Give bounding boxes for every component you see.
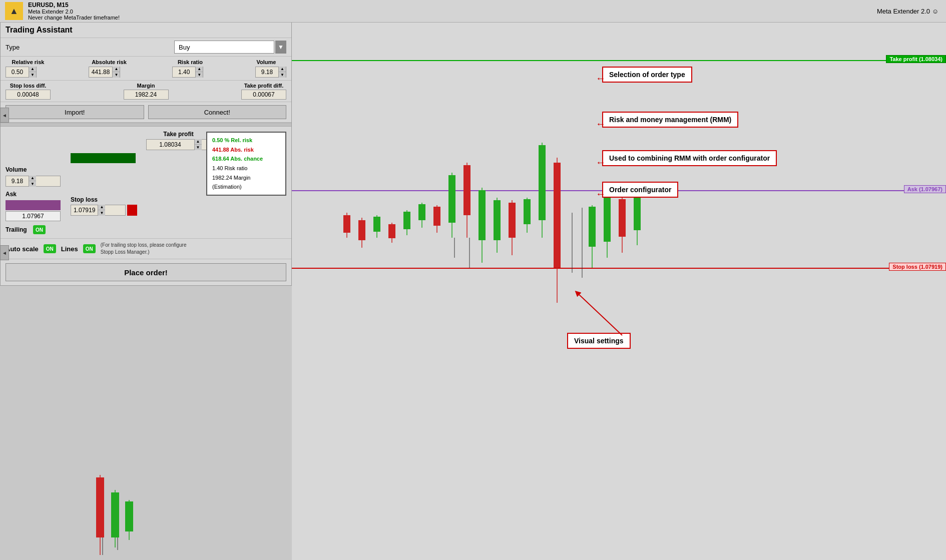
info-box: 0.50 % Rel. risk 441.88 Abs. risk 618.64… [206,132,286,196]
oc-stop-loss-up[interactable]: ▲ [98,205,105,210]
lines-label: Lines [61,245,78,253]
take-profit-input[interactable]: 1.08034 ▲ ▼ [146,139,211,150]
trading-panel: Trading Assistant Type Buy ▼ Relative ri… [0,23,292,286]
oc-volume-up[interactable]: ▲ [29,176,36,181]
relative-risk-arrows[interactable]: ▲ ▼ [29,67,36,78]
svg-line-42 [577,293,622,335]
oc-ask-group: Ask 1.07967 [6,191,66,221]
take-profit-down[interactable]: ▼ [195,145,202,150]
trailing-note: (For trailing stop loss, please configur… [101,242,201,256]
visual-settings-arrow [537,268,637,358]
oc-volume-arrows[interactable]: ▲ ▼ [29,176,36,187]
arrow-risk-money: ← [596,118,606,130]
take-profit-arrows[interactable]: ▲ ▼ [194,139,202,150]
oc-volume-input[interactable]: 9.18 ▲ ▼ [6,176,61,187]
top-bar-right-title: Meta Extender 2.0 ☺ [877,8,938,15]
svg-rect-41 [634,194,641,230]
lines-toggle[interactable]: ON [83,244,96,253]
relative-risk-header: Relative risk [6,59,51,65]
connect-button[interactable]: Connect! [148,105,287,119]
oc-stop-loss-down[interactable]: ▼ [98,210,105,216]
take-profit-up[interactable]: ▲ [195,139,202,145]
volume-header: Volume [246,59,286,65]
bottom-section: Auto scale ON Lines ON (For trailing sto… [1,239,291,259]
svg-rect-29 [539,145,546,220]
oc-trailing-label: Trailing [6,226,31,233]
btn-row: Import! Connect! [1,102,291,123]
auto-scale-label: Auto scale [6,245,39,253]
sl-diff-label: Stop loss diff. [10,83,47,89]
take-profit-bar [71,153,136,163]
bottom-candles-svg [0,460,292,560]
oc-stop-loss-arrows[interactable]: ▲ ▼ [98,205,105,216]
order-configurator: Take profit 1.08034 ▲ ▼ Volume 9.18 [1,127,291,239]
volume-arrows[interactable]: ▲ ▼ [278,67,286,78]
oc-volume-down[interactable]: ▼ [29,181,36,187]
svg-rect-7 [388,224,395,238]
relative-risk-input[interactable]: 0.50 ▲ ▼ [6,67,37,78]
svg-rect-25 [509,203,516,238]
warning-label: Never change MetaTrader timeframe! [28,15,120,21]
tp-diff-item: Take profit diff. 0.00067 [241,83,286,100]
lines-on-label: ON [83,244,96,253]
type-select[interactable]: Buy [174,41,274,54]
absolute-risk-header: Absolute risk [84,59,134,65]
take-profit-value: 1.08034 [147,141,194,148]
left-arrow-top[interactable]: ◄ [0,108,9,123]
trailing-toggle[interactable]: ON [33,225,46,234]
svg-rect-5 [373,217,380,232]
absolute-risk-value: 441.88 [89,69,113,76]
auto-scale-toggle[interactable]: ON [44,244,56,253]
bottom-candles [0,460,292,560]
absolute-risk-arrows[interactable]: ▲ ▼ [112,67,120,78]
oc-stop-loss-input[interactable]: 1.07919 ▲ ▼ [71,205,126,216]
sl-row: Stop loss diff. 0.00048 Margin 1982.24 T… [1,81,291,102]
logo: ▲ [5,2,23,20]
absolute-risk-up[interactable]: ▲ [113,67,120,72]
relative-risk-up[interactable]: ▲ [29,67,36,72]
symbol-label: EURUSD, M15 [28,2,120,9]
risk-ratio-input[interactable]: 1.40 ▲ ▼ [172,67,203,78]
volume-input[interactable]: 9.18 ▲ ▼ [255,67,286,78]
type-select-wrapper: Buy ▼ [36,41,286,54]
relative-risk-value: 0.50 [6,69,29,76]
margin-value: 1982.24 [124,90,169,100]
tp-diff-value: 0.00067 [241,90,286,100]
stop-loss-red-indicator [127,205,137,216]
sl-diff-item: Stop loss diff. 0.00048 [6,83,51,100]
volume-down[interactable]: ▼ [279,72,286,78]
oc-trailing-row: Trailing ON [6,225,66,234]
svg-rect-46 [111,492,119,537]
tp-diff-label: Take profit diff. [244,83,284,89]
absolute-risk-input[interactable]: 441.88 ▲ ▼ [89,67,121,78]
top-bar-info: EURUSD, M15 Meta Extender 2.0 Never chan… [28,2,120,21]
svg-rect-39 [619,199,626,237]
info-line6: (Estimation) [212,182,280,192]
ask-bar [6,200,61,210]
place-order-button[interactable]: Place order! [6,263,286,281]
dropdown-arrow-icon[interactable]: ▼ [275,41,286,54]
left-arrow-bottom[interactable]: ◄ [0,245,9,260]
oc-volume-value: 9.18 [6,178,29,185]
svg-rect-35 [589,207,596,247]
info-line1: 0.50 % Rel. risk [212,136,280,145]
svg-rect-21 [479,190,486,240]
svg-rect-13 [433,207,440,226]
relative-risk-down[interactable]: ▼ [29,72,36,78]
oc-volume-group: Volume 9.18 ▲ ▼ [6,166,66,187]
risk-headers: Relative risk Absolute risk Risk ratio V… [6,59,286,65]
risk-values: 0.50 ▲ ▼ 441.88 ▲ ▼ 1.40 ▲ ▼ [6,67,286,78]
svg-rect-44 [96,477,104,537]
risk-ratio-arrows[interactable]: ▲ ▼ [195,67,203,78]
volume-up[interactable]: ▲ [279,67,286,72]
absolute-risk-down[interactable]: ▼ [113,72,120,78]
oc-ask-label: Ask [6,191,17,198]
info-line4: 1.40 Risk ratio [212,164,280,173]
svg-rect-17 [463,165,470,215]
import-button[interactable]: Import! [6,105,144,119]
risk-ratio-up[interactable]: ▲ [196,67,203,72]
svg-rect-23 [494,200,501,240]
oc-left-col: Volume 9.18 ▲ ▼ Ask 1.07967 [6,166,66,234]
svg-rect-11 [418,204,425,220]
risk-ratio-down[interactable]: ▼ [196,72,203,78]
